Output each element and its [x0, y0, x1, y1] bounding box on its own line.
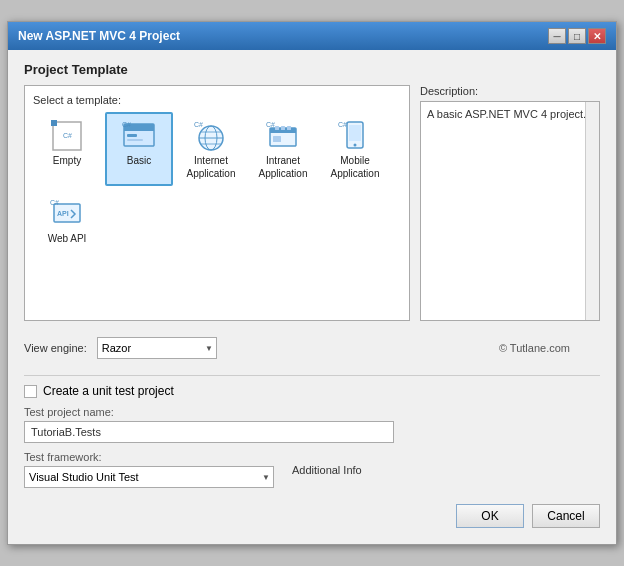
dialog-title: New ASP.NET MVC 4 Project: [18, 29, 180, 43]
copyright-text: © Tutlane.com: [499, 342, 600, 354]
mobile-template-icon: C#: [337, 118, 373, 154]
template-item-mobile[interactable]: C# MobileApplication: [321, 112, 389, 186]
intranet-template-icon: C#: [265, 118, 301, 154]
internet-template-label: InternetApplication: [187, 154, 236, 180]
button-row: OK Cancel: [24, 498, 600, 532]
template-area: Select a template: C# Empty: [24, 85, 410, 321]
test-framework-group: Test framework: Visual Studio Unit Test: [24, 451, 274, 488]
template-item-webapi[interactable]: API C# Web API: [33, 190, 101, 251]
dialog-body: Project Template Select a template: C# E…: [8, 50, 616, 544]
description-scrollbar[interactable]: [585, 102, 599, 320]
template-item-empty[interactable]: C# Empty: [33, 112, 101, 186]
title-bar: New ASP.NET MVC 4 Project ─ □ ✕: [8, 22, 616, 50]
cancel-button[interactable]: Cancel: [532, 504, 600, 528]
internet-template-icon: C#: [193, 118, 229, 154]
main-section: Select a template: C# Empty: [24, 85, 600, 321]
test-project-name-label: Test project name:: [24, 406, 600, 418]
empty-template-label: Empty: [53, 154, 81, 167]
svg-text:API: API: [57, 210, 69, 217]
template-item-intranet[interactable]: C# IntranetApplication: [249, 112, 317, 186]
svg-rect-7: [127, 134, 137, 137]
intranet-template-label: IntranetApplication: [259, 154, 308, 180]
webapi-template-icon: API C#: [49, 196, 85, 232]
template-grid: C# Empty C#: [33, 112, 401, 251]
view-engine-select[interactable]: Razor ASPX: [97, 337, 217, 359]
svg-rect-25: [349, 125, 361, 141]
svg-rect-20: [281, 126, 285, 130]
template-item-internet[interactable]: C# InternetApplication: [177, 112, 245, 186]
mobile-template-label: MobileApplication: [331, 154, 380, 180]
svg-rect-19: [275, 126, 279, 130]
description-area: Description: A basic ASP.NET MVC 4 proje…: [420, 85, 600, 321]
basic-template-icon: C#: [121, 118, 157, 154]
unit-test-label: Create a unit test project: [43, 384, 174, 398]
svg-text:C#: C#: [50, 199, 59, 206]
svg-point-26: [354, 144, 357, 147]
view-engine-select-wrapper: Razor ASPX: [97, 337, 217, 359]
empty-template-icon: C#: [49, 118, 85, 154]
maximize-button[interactable]: □: [568, 28, 586, 44]
test-project-name-group: Test project name:: [24, 406, 600, 443]
webapi-template-label: Web API: [48, 232, 87, 245]
svg-rect-8: [127, 139, 143, 141]
svg-rect-21: [287, 126, 291, 130]
additional-info-text: Additional Info: [292, 464, 362, 476]
select-template-label: Select a template:: [33, 94, 401, 106]
divider-1: [24, 375, 600, 376]
svg-rect-22: [273, 136, 281, 142]
description-box: A basic ASP.NET MVC 4 project.: [420, 101, 600, 321]
svg-text:C#: C#: [338, 121, 347, 128]
view-engine-row: View engine: Razor ASPX © Tutlane.com: [24, 331, 600, 365]
svg-text:C#: C#: [194, 121, 203, 128]
svg-text:C#: C#: [122, 121, 131, 128]
svg-rect-2: [51, 120, 57, 126]
ok-button[interactable]: OK: [456, 504, 524, 528]
view-engine-label: View engine:: [24, 342, 87, 354]
test-framework-select-wrapper: Visual Studio Unit Test: [24, 466, 274, 488]
description-text: A basic ASP.NET MVC 4 project.: [427, 108, 586, 120]
template-item-basic[interactable]: C# Basic: [105, 112, 173, 186]
project-template-heading: Project Template: [24, 62, 600, 77]
unit-test-checkbox[interactable]: [24, 385, 37, 398]
minimize-button[interactable]: ─: [548, 28, 566, 44]
test-framework-label: Test framework:: [24, 451, 274, 463]
main-dialog: New ASP.NET MVC 4 Project ─ □ ✕ Project …: [7, 21, 617, 545]
close-button[interactable]: ✕: [588, 28, 606, 44]
unit-test-row: Create a unit test project: [24, 384, 600, 398]
test-framework-row: Test framework: Visual Studio Unit Test …: [24, 451, 600, 488]
description-label: Description:: [420, 85, 600, 97]
test-framework-select[interactable]: Visual Studio Unit Test: [24, 466, 274, 488]
svg-text:C#: C#: [63, 132, 72, 139]
test-project-name-input[interactable]: [24, 421, 394, 443]
basic-template-label: Basic: [127, 154, 151, 167]
title-bar-buttons: ─ □ ✕: [548, 28, 606, 44]
svg-text:C#: C#: [266, 121, 275, 128]
